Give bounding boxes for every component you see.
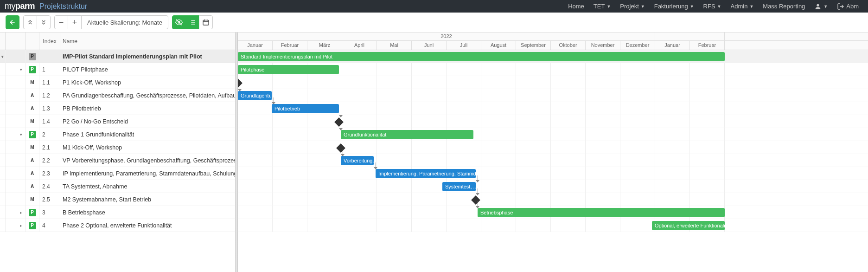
row-index: 2.4 bbox=[39, 180, 60, 193]
calendar-button[interactable] bbox=[199, 15, 213, 29]
gantt-bar[interactable]: Grundfunktionalität bbox=[341, 130, 473, 139]
month-header: Oktober bbox=[551, 41, 586, 50]
back-button[interactable] bbox=[6, 15, 19, 29]
arrow-left-icon bbox=[9, 19, 16, 26]
gantt-bar[interactable]: Betriebsphase bbox=[478, 208, 725, 217]
type-badge: M bbox=[29, 79, 36, 86]
type-badge: A bbox=[29, 157, 36, 164]
collapse-all-button[interactable] bbox=[23, 15, 37, 29]
list-view-button[interactable] bbox=[185, 15, 199, 29]
milestone-icon[interactable] bbox=[471, 195, 480, 205]
toggle-visibility-button[interactable] bbox=[172, 15, 186, 29]
row-toggle bbox=[6, 102, 26, 115]
row-index: 1.3 bbox=[39, 102, 60, 115]
row-toggle bbox=[0, 63, 6, 76]
zoom-out-button[interactable]: − bbox=[54, 15, 68, 29]
gantt-row: Pilotbetrieb bbox=[238, 102, 868, 115]
gantt-bar[interactable]: Standard Implementierungsplan mit Pilot bbox=[238, 52, 725, 61]
milestone-icon[interactable] bbox=[334, 117, 344, 127]
left-panel: Index Name ▾PIMP-Pilot Standard Implemen… bbox=[0, 32, 238, 272]
row-toggle bbox=[0, 141, 6, 154]
logo: myparm bbox=[5, 1, 35, 11]
type-badge: M bbox=[29, 118, 36, 125]
table-row[interactable]: A1.2PA Grundlagenbeschaffung, Geschäftsp… bbox=[0, 89, 237, 102]
left-header: Index Name bbox=[0, 32, 237, 50]
gantt-row: Optional, erweiterte Funktionalität bbox=[238, 219, 868, 232]
row-toggle bbox=[6, 180, 26, 193]
row-name: B Betriebsphase bbox=[60, 206, 237, 219]
nav-home[interactable]: Home bbox=[563, 3, 589, 10]
nav-rfs[interactable]: RFS ▼ bbox=[699, 3, 726, 10]
table-row[interactable]: ▾P1PILOT Pilotphase bbox=[0, 63, 237, 76]
gantt-row: Systemtest, ... bbox=[238, 180, 868, 193]
view-group bbox=[172, 15, 213, 29]
list-icon bbox=[189, 19, 196, 26]
row-toggle[interactable]: ▸ bbox=[6, 206, 26, 219]
row-index: 1.1 bbox=[39, 76, 60, 89]
table-row[interactable]: M2.5M2 Systemabnahme, Start Betrieb bbox=[0, 193, 237, 206]
type-badge: P bbox=[29, 66, 36, 73]
nav-tet[interactable]: TET ▼ bbox=[589, 3, 615, 10]
table-row[interactable]: M1.4P2 Go / No-Go Entscheid bbox=[0, 115, 237, 128]
gantt-bar[interactable]: Pilotphase bbox=[238, 65, 339, 74]
calendar-icon bbox=[202, 19, 210, 26]
user-icon bbox=[814, 3, 822, 10]
row-toggle[interactable]: ▾ bbox=[0, 50, 6, 63]
row-name: P1 Kick-Off, Workshop bbox=[60, 76, 237, 89]
row-index: 1 bbox=[39, 63, 60, 76]
svg-rect-9 bbox=[203, 20, 209, 25]
gantt-bar[interactable]: Implementierung, Parametrierung, Stammda… bbox=[376, 169, 476, 178]
row-index: 2.2 bbox=[39, 154, 60, 167]
gantt-bar[interactable]: Grundlagenb... bbox=[238, 91, 272, 100]
table-row[interactable]: M2.1M1 Kick-Off, Workshop bbox=[0, 141, 237, 154]
table-row[interactable]: A2.3IP Implementierung, Parametrierung, … bbox=[0, 167, 237, 180]
month-header: August bbox=[481, 41, 516, 50]
milestone-icon[interactable] bbox=[336, 143, 345, 153]
zoom-in-button[interactable]: + bbox=[68, 15, 82, 29]
row-index: 2.1 bbox=[39, 141, 60, 154]
gantt-row bbox=[238, 141, 868, 154]
gantt-bar[interactable]: Systemtest, ... bbox=[442, 182, 476, 191]
type-badge: P bbox=[29, 209, 36, 216]
row-toggle bbox=[6, 141, 26, 154]
table-row[interactable]: ▸P4Phase 2 Optional, erweiterte Funktion… bbox=[0, 219, 237, 232]
col-header-name[interactable]: Name bbox=[60, 32, 237, 50]
type-badge: A bbox=[29, 170, 36, 177]
row-name: M2 Systemabnahme, Start Betrieb bbox=[60, 193, 237, 206]
row-toggle bbox=[0, 89, 6, 102]
row-name: IP Implementierung, Parametrierung, Stam… bbox=[60, 167, 237, 180]
nav-mass-reporting[interactable]: Mass Reporting bbox=[758, 3, 810, 10]
row-toggle bbox=[6, 89, 26, 102]
month-header: März bbox=[307, 41, 342, 50]
nav-user[interactable]: ▼ bbox=[810, 3, 832, 10]
table-row[interactable]: A2.4TA Systemtest, Abnahme bbox=[0, 180, 237, 193]
expand-all-button[interactable] bbox=[37, 15, 51, 29]
row-name: Phase 1 Grundfunktionalität bbox=[60, 128, 237, 141]
nav-admin[interactable]: Admin ▼ bbox=[726, 3, 759, 10]
type-badge: A bbox=[29, 105, 36, 112]
col-header-index[interactable]: Index bbox=[39, 32, 60, 50]
row-name: PA Grundlagenbeschaffung, Geschäftsproze… bbox=[60, 89, 237, 102]
row-toggle[interactable]: ▾ bbox=[6, 63, 26, 76]
gantt-bar[interactable]: Vorbereitung... bbox=[341, 156, 374, 165]
row-toggle bbox=[6, 50, 26, 63]
type-badge: A bbox=[29, 92, 36, 99]
table-row[interactable]: ▾PIMP-Pilot Standard Implementierungspla… bbox=[0, 50, 237, 63]
row-toggle[interactable]: ▾ bbox=[6, 128, 26, 141]
gantt-bar[interactable]: Optional, erweiterte Funktionalität bbox=[652, 221, 725, 230]
table-row[interactable]: ▸P3B Betriebsphase bbox=[0, 206, 237, 219]
table-row[interactable]: ▾P2Phase 1 Grundfunktionalität bbox=[0, 128, 237, 141]
nav-projekt[interactable]: Projekt ▼ bbox=[615, 3, 649, 10]
gantt-row: Vorbereitung... bbox=[238, 154, 868, 167]
zoom-group: − + Aktuelle Skalierung: Monate bbox=[54, 15, 168, 29]
nav-logout[interactable]: Abm bbox=[832, 3, 863, 10]
row-toggle[interactable]: ▸ bbox=[6, 219, 26, 232]
table-row[interactable]: A2.2VP Vorbereitungsphase, Grundlagenbes… bbox=[0, 154, 237, 167]
row-index: 2.3 bbox=[39, 167, 60, 180]
table-row[interactable]: M1.1P1 Kick-Off, Workshop bbox=[0, 76, 237, 89]
panel-splitter[interactable] bbox=[235, 32, 240, 272]
gantt-row: Betriebsphase bbox=[238, 206, 868, 219]
gantt-bar[interactable]: Pilotbetrieb bbox=[272, 104, 339, 113]
nav-fakturierung[interactable]: Fakturierung ▼ bbox=[650, 3, 699, 10]
table-row[interactable]: A1.3PB Pilotbetrieb bbox=[0, 102, 237, 115]
